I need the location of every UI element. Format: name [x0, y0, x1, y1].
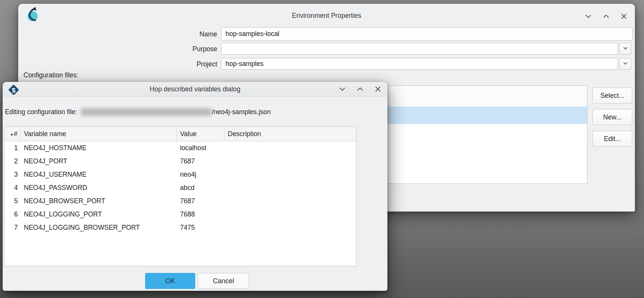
column-header-description[interactable]: Description [224, 127, 356, 141]
column-header-variable-name-label: Variable name [24, 130, 66, 138]
variable-name-cell: NEO4J_BROWSER_PORT [20, 197, 177, 205]
close-icon [374, 85, 382, 93]
table-row[interactable]: 4 NEO4J_PASSWORD abcd [5, 181, 356, 194]
variable-value-cell: abcd [177, 184, 224, 192]
variable-value-cell: 7475 [177, 224, 224, 232]
cancel-button[interactable]: Cancel [198, 273, 249, 289]
column-header-variable-name[interactable]: Variable name [20, 127, 177, 141]
row-number: 5 [5, 197, 20, 205]
variable-name-cell: NEO4J_PASSWORD [20, 184, 177, 192]
ok-button-label: OK [165, 277, 175, 285]
dialog-maximize-button[interactable] [356, 85, 364, 93]
env-window-title: Environment Properties [18, 12, 635, 20]
described-variables-dialog: $ Hop described variables dialog Editing… [3, 82, 387, 291]
project-input[interactable] [221, 58, 618, 70]
variable-name-cell: NEO4J_PORT [20, 157, 177, 165]
column-header-value-label: Value [180, 130, 196, 138]
row-number: 7 [5, 224, 20, 232]
table-row[interactable]: 2 NEO4J_PORT 7687 [5, 155, 356, 168]
configuration-files-label: Configuration files: [24, 71, 78, 79]
env-close-button[interactable] [620, 12, 628, 20]
table-row[interactable]: 5 NEO4J_BROWSER_PORT 7687 [5, 194, 356, 208]
purpose-label: Purpose [157, 45, 217, 53]
redacted-path-blur [81, 108, 212, 116]
chevron-down-icon [584, 12, 592, 20]
edit-button[interactable]: Edit... [592, 131, 632, 147]
edit-button-label: Edit... [604, 135, 621, 143]
row-number: 6 [5, 210, 20, 218]
variable-value-cell: 7687 [177, 157, 224, 165]
chevron-down-icon [622, 45, 628, 53]
dialog-title: Hop described variables dialog [3, 85, 387, 93]
env-maximize-button[interactable] [602, 12, 610, 20]
variable-name-cell: NEO4J_HOSTNAME [20, 144, 177, 152]
column-header-number-label: # [14, 130, 17, 138]
column-header-number[interactable]: ▴ # [5, 127, 20, 141]
variable-value-cell: 7687 [177, 197, 224, 205]
project-dropdown-button[interactable] [619, 58, 631, 70]
variables-table-header: ▴ # Variable name Value Description [5, 127, 356, 141]
name-input[interactable] [221, 27, 633, 41]
variable-name-cell: NEO4J_LOGGING_BROWSER_PORT [20, 224, 177, 232]
table-row[interactable]: 3 NEO4J_USERNAME neo4j [5, 168, 356, 181]
cancel-button-label: Cancel [213, 277, 234, 285]
env-titlebar[interactable]: Environment Properties [18, 4, 635, 21]
sort-ascending-icon: ▴ [11, 132, 13, 136]
new-button[interactable]: New... [592, 109, 632, 125]
dialog-titlebar[interactable]: $ Hop described variables dialog [3, 82, 387, 97]
row-number: 4 [5, 184, 20, 192]
config-file-suffix: /neo4j-samples.json [212, 108, 271, 116]
new-button-label: New... [603, 113, 622, 121]
env-minimize-button[interactable] [584, 12, 592, 20]
ok-button[interactable]: OK [145, 273, 195, 289]
purpose-dropdown-button[interactable] [619, 43, 631, 55]
close-icon [620, 12, 628, 20]
row-number: 3 [5, 171, 20, 179]
chevron-up-icon [356, 85, 364, 93]
variables-table[interactable]: ▴ # Variable name Value Description 1 NE… [4, 126, 356, 266]
column-header-value[interactable]: Value [177, 127, 224, 141]
variable-value-cell: localhost [177, 144, 224, 152]
project-label: Project [157, 60, 217, 68]
select-button[interactable]: Select... [592, 88, 632, 104]
variable-value-cell: neo4j [177, 171, 224, 179]
select-button-label: Select... [600, 92, 624, 100]
chevron-down-icon [622, 60, 628, 68]
chevron-up-icon [602, 12, 610, 20]
variable-value-cell: 7688 [177, 210, 224, 218]
variable-name-cell: NEO4J_USERNAME [20, 171, 177, 179]
chevron-down-icon [338, 85, 346, 93]
table-row[interactable]: 6 NEO4J_LOGGING_PORT 7688 [5, 208, 356, 221]
column-header-description-label: Description [228, 130, 261, 138]
table-row[interactable]: 7 NEO4J_LOGGING_BROWSER_PORT 7475 [5, 221, 356, 234]
table-row[interactable]: 1 NEO4J_HOSTNAME localhost [5, 141, 356, 155]
dialog-minimize-button[interactable] [338, 85, 346, 93]
name-label: Name [157, 30, 217, 38]
variable-name-cell: NEO4J_LOGGING_PORT [20, 210, 177, 218]
editing-config-file-label: Editing configuration file: [5, 108, 77, 116]
purpose-input[interactable] [221, 43, 618, 55]
dialog-close-button[interactable] [374, 85, 382, 93]
row-number: 1 [5, 144, 20, 152]
row-number: 2 [5, 157, 20, 165]
